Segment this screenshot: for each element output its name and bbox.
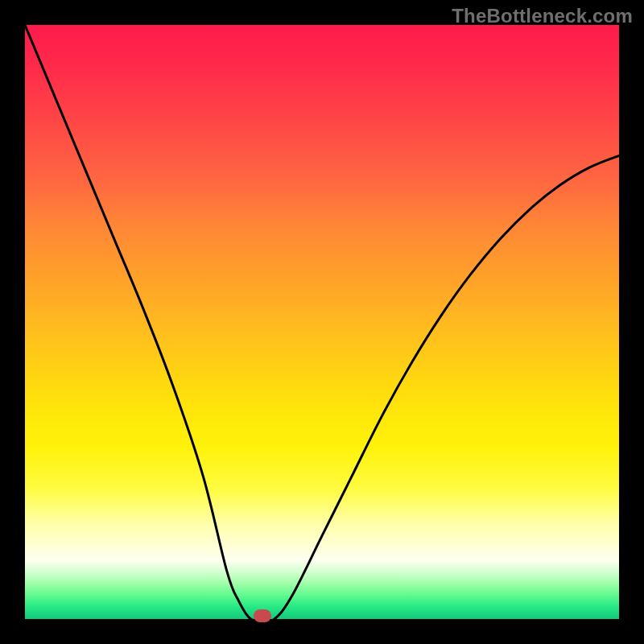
chart-frame: TheBottleneck.com [0,0,644,644]
bottleneck-curve [25,25,619,619]
optimal-point-marker [254,609,271,622]
watermark-text: TheBottleneck.com [452,5,633,27]
